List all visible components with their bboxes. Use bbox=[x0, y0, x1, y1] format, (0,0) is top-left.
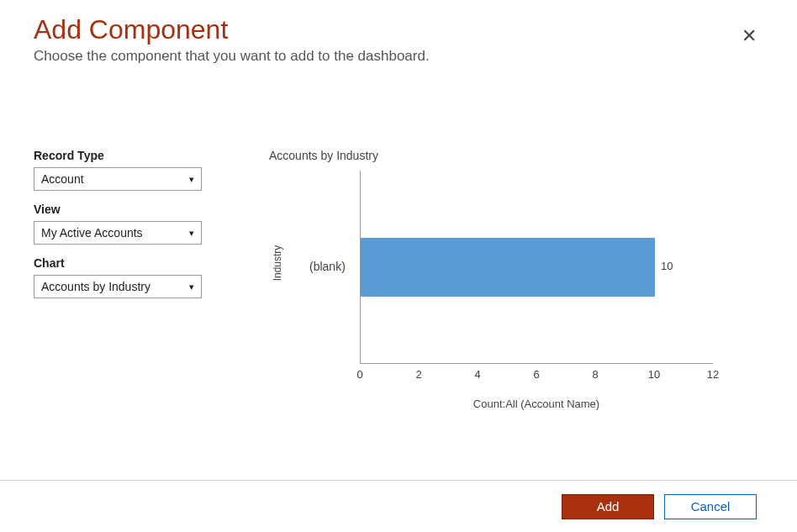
dialog-subtitle: Choose the component that you want to ad… bbox=[34, 48, 763, 65]
chart-area: Industry 024681012 Count:All (Account Na… bbox=[269, 171, 740, 423]
chevron-down-icon: ▾ bbox=[189, 228, 194, 239]
chart-label: Chart bbox=[34, 256, 235, 270]
add-button[interactable]: Add bbox=[562, 494, 654, 519]
x-tick-label: 10 bbox=[648, 368, 660, 381]
form-panel: Record Type Account ▾ View My Active Acc… bbox=[34, 115, 235, 480]
chart-preview-panel: Accounts by Industry Industry 024681012 … bbox=[269, 115, 763, 480]
record-type-label: Record Type bbox=[34, 149, 235, 162]
dialog-header: Add Component Choose the component that … bbox=[0, 0, 797, 65]
record-type-select[interactable]: Account ▾ bbox=[34, 167, 202, 191]
x-tick-label: 6 bbox=[533, 368, 539, 381]
chart-select[interactable]: Accounts by Industry ▾ bbox=[34, 275, 202, 298]
x-ticks: 024681012 bbox=[360, 368, 713, 385]
bar-value-label: 10 bbox=[661, 260, 673, 272]
plot-region bbox=[360, 171, 713, 364]
dialog-title: Add Component bbox=[34, 15, 763, 45]
add-component-dialog: Add Component Choose the component that … bbox=[0, 0, 797, 532]
x-tick-label: 0 bbox=[356, 368, 362, 381]
y-axis-label: Industry bbox=[272, 245, 283, 282]
x-tick-label: 4 bbox=[474, 368, 480, 381]
dialog-body: Record Type Account ▾ View My Active Acc… bbox=[0, 65, 797, 480]
chevron-down-icon: ▾ bbox=[189, 282, 194, 292]
view-label: View bbox=[34, 203, 235, 216]
chart-value: Accounts by Industry bbox=[41, 280, 150, 293]
chevron-down-icon: ▾ bbox=[189, 174, 194, 185]
dialog-footer: Add Cancel bbox=[0, 480, 797, 532]
close-icon[interactable]: ✕ bbox=[742, 27, 757, 45]
chart-bar bbox=[361, 238, 655, 297]
cancel-button[interactable]: Cancel bbox=[664, 494, 757, 519]
chart-title: Accounts by Industry bbox=[269, 149, 763, 162]
view-value: My Active Accounts bbox=[41, 226, 143, 240]
view-select[interactable]: My Active Accounts ▾ bbox=[34, 221, 202, 245]
category-label: (blank) bbox=[309, 260, 346, 273]
x-tick-label: 2 bbox=[415, 368, 421, 381]
x-tick-label: 8 bbox=[592, 368, 598, 381]
x-axis-label: Count:All (Account Name) bbox=[360, 398, 713, 410]
x-tick-label: 12 bbox=[707, 368, 719, 381]
record-type-value: Account bbox=[41, 172, 84, 186]
